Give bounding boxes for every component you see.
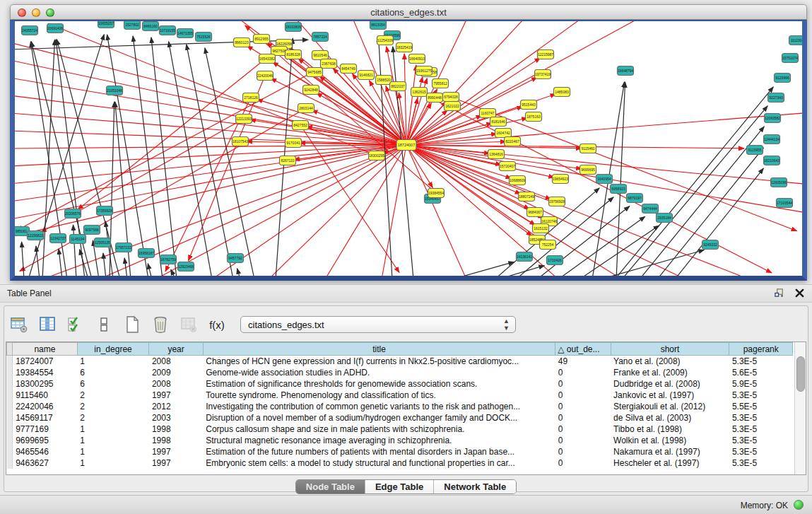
table-row[interactable]: 1872400712008Changes of HCN gene express…	[7, 356, 793, 368]
table-cell[interactable]: 1997	[149, 390, 203, 401]
graph-edge[interactable]	[169, 42, 212, 276]
table-cell[interactable]: 2008	[149, 378, 203, 390]
graph-edge[interactable]	[237, 269, 240, 276]
tab-node-table[interactable]: Node Table	[296, 480, 365, 493]
table-cell[interactable]: Stergiakouli et al. (2012)	[611, 401, 729, 412]
graph-edge[interactable]	[148, 264, 152, 276]
table-cell[interactable]: 6	[77, 367, 149, 378]
network-canvas[interactable]: 2405572420691406106552571527802846616010…	[10, 20, 807, 281]
graph-edge[interactable]	[406, 65, 416, 145]
table-cell[interactable]: 2009	[149, 367, 203, 378]
table-cell[interactable]: 9465546	[13, 446, 78, 457]
graph-edge[interactable]	[250, 119, 406, 145]
row-height-icon[interactable]	[95, 315, 113, 334]
table-cell[interactable]: 1997	[149, 457, 203, 469]
table-row[interactable]: 946554611997Estimation of the future num…	[7, 446, 793, 457]
table-cell[interactable]: 0	[555, 412, 611, 424]
table-cell[interactable]: Tibbo et al. (1998)	[611, 424, 729, 435]
column-header-pagerank[interactable]: pagerank	[729, 343, 793, 356]
table-cell[interactable]: 5.3E-5	[729, 446, 793, 457]
table-row[interactable]: 1938455462009Genome-wide association stu…	[7, 367, 793, 378]
graph-edge[interactable]	[59, 249, 62, 276]
table-cell[interactable]: 9463627	[13, 457, 78, 469]
column-chooser-icon[interactable]	[38, 315, 57, 334]
table-cell[interactable]: 49	[555, 356, 611, 368]
graph-edge[interactable]	[48, 23, 377, 156]
table-cell[interactable]: 1	[77, 446, 149, 457]
select-rows-icon[interactable]	[66, 315, 85, 334]
table-cell[interactable]: 5.3E-5	[729, 356, 793, 368]
table-row[interactable]: 946362711997Embryonic stem cells: a mode…	[7, 457, 793, 469]
network-graph[interactable]: 2405572420691406106552571527802846616010…	[15, 21, 802, 276]
table-cell[interactable]: 1998	[149, 435, 203, 446]
table-cell[interactable]: 19384554	[13, 367, 78, 378]
table-cell[interactable]: 5.6E-5	[729, 367, 793, 378]
table-cell[interactable]: 6	[77, 378, 149, 390]
table-cell[interactable]: Hescheler et al. (1997)	[611, 457, 729, 469]
column-header-out_de[interactable]: △ out_de...	[555, 343, 611, 356]
graph-edge[interactable]	[406, 113, 802, 145]
table-cell[interactable]: 18724007	[13, 356, 78, 368]
table-scrollbar-thumb[interactable]	[796, 356, 805, 392]
table-row[interactable]: 911546021997Tourette syndrome. Phenomeno…	[7, 390, 793, 401]
column-header-name[interactable]: name	[13, 343, 78, 356]
table-cell[interactable]: Jankovic et al. (1997)	[611, 390, 729, 401]
delete-table-icon[interactable]	[151, 315, 170, 334]
table-row[interactable]: 969969511998Structural magnetic resonanc…	[7, 435, 793, 446]
table-cell[interactable]: 2	[77, 412, 149, 424]
table-cell[interactable]: 0	[555, 435, 611, 446]
table-cell[interactable]: 5.3E-5	[729, 435, 793, 446]
table-cell[interactable]: 0	[555, 401, 611, 412]
table-row[interactable]: 977716911998Corpus callosum shape and si…	[7, 424, 793, 435]
table-cell[interactable]: 1	[77, 435, 149, 446]
column-header-title[interactable]: title	[203, 343, 555, 356]
tab-edge-table[interactable]: Edge Table	[365, 480, 434, 493]
graph-edge[interactable]	[393, 47, 413, 276]
table-cell[interactable]: 1998	[149, 424, 203, 435]
column-header-in_degree[interactable]: in_degree	[77, 343, 149, 356]
table-settings-icon[interactable]	[10, 315, 28, 334]
table-row[interactable]: 1830029562008Estimation of significance …	[7, 378, 793, 390]
column-header-year[interactable]: year	[149, 343, 203, 356]
table-cell[interactable]: 1997	[149, 446, 203, 457]
table-cell[interactable]: 5.3E-5	[729, 412, 793, 424]
column-header-short[interactable]: short	[611, 343, 729, 356]
graph-edge[interactable]	[15, 145, 406, 237]
import-table-icon[interactable]	[180, 315, 198, 334]
new-table-icon[interactable]	[123, 315, 141, 334]
graph-edge[interactable]	[616, 82, 625, 276]
table-cell[interactable]: 0	[555, 424, 611, 435]
float-window-icon[interactable]	[774, 288, 784, 298]
table-cell[interactable]: Embryonic stem cells: a model to study s…	[203, 457, 555, 469]
table-cell[interactable]: 2012	[149, 401, 203, 412]
graph-edge[interactable]	[579, 226, 659, 276]
close-panel-icon[interactable]	[794, 288, 805, 298]
table-cell[interactable]: 18300295	[13, 378, 78, 390]
table-cell[interactable]: 0	[555, 457, 611, 469]
tab-network-table[interactable]: Network Table	[434, 480, 516, 493]
table-cell[interactable]: Tourette syndrome. Phenomenology and cla…	[203, 390, 555, 401]
table-cell[interactable]: 0	[555, 446, 611, 457]
table-cell[interactable]: 0	[555, 378, 611, 390]
table-cell[interactable]: Estimation of the future numbers of pati…	[203, 446, 555, 457]
table-cell[interactable]: 5.3E-5	[729, 390, 793, 401]
table-cell[interactable]: Franke et al. (2009)	[611, 367, 729, 378]
table-cell[interactable]: Estimation of significance thresholds fo…	[203, 378, 555, 390]
window-titlebar[interactable]: citations_edges.txt	[10, 4, 807, 20]
table-cell[interactable]: 14569117	[13, 412, 78, 424]
table-cell[interactable]: Corpus callosum shape and size in male p…	[203, 424, 555, 435]
table-cell[interactable]: 2	[77, 401, 149, 412]
table-cell[interactable]: Structural magnetic resonance image aver…	[203, 435, 555, 446]
table-cell[interactable]: de Silva et al. (2003)	[611, 412, 729, 424]
table-cell[interactable]: 5.9E-5	[729, 378, 793, 390]
table-selector-dropdown[interactable]: citations_edges.txt ▲▼	[240, 316, 516, 333]
table-cell[interactable]: Dudbridge et al. (2008)	[611, 378, 729, 390]
table-cell[interactable]: 1	[77, 424, 149, 435]
table-cell[interactable]: 9777169	[13, 424, 78, 435]
graph-edge[interactable]	[36, 246, 40, 276]
graph-edge[interactable]	[640, 127, 764, 276]
table-row[interactable]: 1456911722003Disruption of a novel membe…	[7, 412, 793, 424]
table-cell[interactable]: 9115460	[13, 390, 78, 401]
graph-edge[interactable]	[17, 64, 329, 230]
table-cell[interactable]: 5.3E-5	[729, 457, 793, 469]
